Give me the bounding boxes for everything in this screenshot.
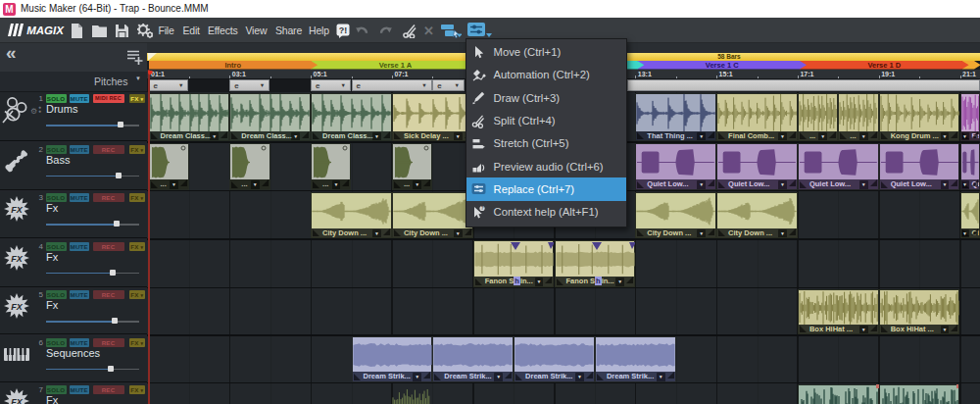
svg-text:FX: FX (11, 397, 23, 404)
svg-text:?: ? (480, 206, 483, 211)
svg-text:FX: FX (11, 254, 23, 264)
svg-text:FX: FX (11, 302, 23, 312)
svg-text:?!: ?! (339, 25, 348, 34)
svg-text:FX: FX (11, 205, 23, 215)
